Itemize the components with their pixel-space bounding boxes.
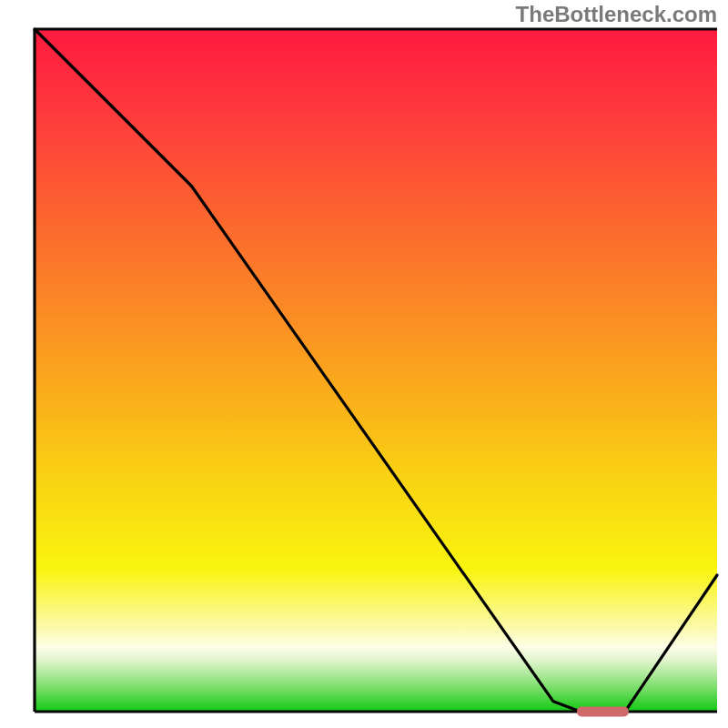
bottleneck-chart bbox=[0, 0, 728, 728]
watermark-text: TheBottleneck.com bbox=[516, 2, 717, 27]
optimal-zone-marker bbox=[577, 707, 629, 717]
